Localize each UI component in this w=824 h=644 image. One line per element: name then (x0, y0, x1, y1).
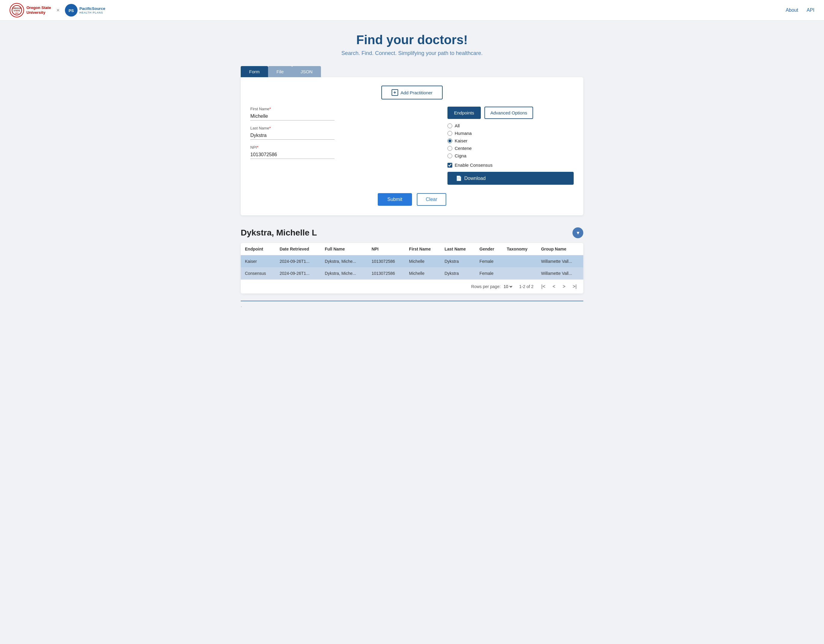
col-first-name: First Name (405, 243, 440, 255)
col-gender: Gender (475, 243, 503, 255)
last-name-label: Last Name* (250, 126, 438, 130)
pacific-source-icon: PS (65, 4, 77, 17)
first-name-label: First Name* (250, 107, 438, 111)
row2-npi: 1013072586 (367, 267, 405, 279)
radio-humana[interactable]: Humana (447, 131, 574, 136)
col-taxonomy: Taxonomy (503, 243, 537, 255)
logo-separator: × (57, 7, 60, 14)
results-table-wrapper: Endpoint Date Retrieved Full Name NPI Fi… (241, 243, 583, 293)
col-group-name: Group Name (537, 243, 583, 255)
col-endpoint: Endpoint (241, 243, 275, 255)
first-name-field-group: First Name* (250, 107, 438, 120)
row2-date: 2024-09-26T1... (275, 267, 320, 279)
svg-text:OREGON: OREGON (12, 7, 22, 9)
form-fields-right: Endpoints Advanced Options All Humana (447, 107, 574, 185)
tab-json[interactable]: JSON (292, 66, 321, 77)
main-content: Find your doctors! Search. Find. Connect… (235, 21, 589, 320)
api-link[interactable]: API (807, 8, 815, 13)
endpoints-button[interactable]: Endpoints (447, 107, 481, 119)
row2-gender: Female (475, 267, 503, 279)
rows-per-page: Rows per page: 10 25 50 (471, 284, 513, 289)
row1-date: 2024-09-26T1... (275, 255, 320, 268)
svg-text:STATE: STATE (14, 9, 20, 12)
first-name-required: * (269, 107, 271, 111)
results-title: Dykstra, Michelle L (241, 228, 317, 238)
row1-fullname: Dykstra, Miche... (321, 255, 367, 268)
row2-fullname: Dykstra, Miche... (321, 267, 367, 279)
radio-humana-label: Humana (455, 131, 472, 136)
table-body: Kaiser 2024-09-26T1... Dykstra, Miche...… (241, 255, 583, 280)
row1-groupname: Willamette Vall... (537, 255, 583, 268)
tab-file[interactable]: File (268, 66, 292, 77)
header-nav: About API (786, 8, 815, 13)
table-header-row: Endpoint Date Retrieved Full Name NPI Fi… (241, 243, 583, 255)
add-practitioner-row: + Add Practitioner (250, 86, 574, 100)
prev-page-button[interactable]: < (551, 283, 557, 290)
form-fields-left: First Name* Last Name* NPI* (250, 107, 438, 164)
pacific-source-logo: PS PacificSource HEALTH PLANS (65, 4, 105, 17)
advanced-options-button[interactable]: Advanced Options (484, 107, 533, 119)
header: OREGON STATE UNIV Oregon State Universit… (0, 0, 824, 21)
submit-button[interactable]: Submit (378, 193, 412, 206)
results-section: Dykstra, Michelle L ▾ Endpoint Date Retr… (241, 227, 583, 293)
row1-npi: 1013072586 (367, 255, 405, 268)
last-name-required: * (269, 126, 271, 130)
last-name-field-group: Last Name* (250, 126, 438, 140)
last-name-input[interactable] (250, 132, 335, 140)
form-fields-row: First Name* Last Name* NPI* (250, 107, 574, 185)
plus-icon: + (392, 89, 398, 96)
header-logos: OREGON STATE UNIV Oregon State Universit… (9, 3, 105, 17)
row2-taxonomy (503, 267, 537, 279)
consensus-row: Enable Consensus (447, 163, 574, 168)
row2-groupname: Willamette Vall... (537, 267, 583, 279)
row2-lastname: Dykstra (440, 267, 475, 279)
osu-logo: OREGON STATE UNIV Oregon State Universit… (9, 3, 51, 17)
radio-kaiser-input[interactable] (447, 138, 452, 143)
add-practitioner-button[interactable]: + Add Practitioner (381, 86, 443, 100)
radio-all[interactable]: All (447, 123, 574, 128)
pagination-row: Rows per page: 10 25 50 1-2 of 2 |< < > … (241, 279, 583, 293)
footer: . (241, 301, 583, 308)
row2-endpoint: Consensus (241, 267, 275, 279)
table-row: Kaiser 2024-09-26T1... Dykstra, Miche...… (241, 255, 583, 268)
download-icon: 📄 (456, 175, 462, 181)
page-title: Find your doctors! (241, 33, 583, 47)
radio-cigna-label: Cigna (455, 153, 466, 158)
npi-required: * (257, 145, 258, 150)
npi-label: NPI* (250, 145, 438, 150)
enable-consensus-label: Enable Consensus (455, 163, 492, 168)
col-npi: NPI (367, 243, 405, 255)
radio-all-input[interactable] (447, 123, 452, 128)
clear-button[interactable]: Clear (417, 193, 446, 206)
enable-consensus-checkbox[interactable] (447, 163, 452, 168)
radio-centene-input[interactable] (447, 146, 452, 151)
first-page-button[interactable]: |< (540, 283, 547, 290)
first-name-input[interactable] (250, 112, 335, 120)
radio-cigna[interactable]: Cigna (447, 153, 574, 158)
col-date-retrieved: Date Retrieved (275, 243, 320, 255)
row1-firstname: Michelle (405, 255, 440, 268)
next-page-button[interactable]: > (561, 283, 567, 290)
npi-input[interactable] (250, 151, 335, 159)
radio-all-label: All (455, 123, 460, 128)
radio-cigna-input[interactable] (447, 153, 452, 158)
radio-centene[interactable]: Centene (447, 146, 574, 151)
rows-per-page-select[interactable]: 10 25 50 (503, 284, 513, 289)
endpoint-radio-group: All Humana Kaiser Centene (447, 123, 574, 158)
page-subtitle: Search. Find. Connect. Simplifying your … (241, 50, 583, 57)
radio-humana-input[interactable] (447, 131, 452, 136)
last-page-button[interactable]: >| (571, 283, 579, 290)
col-full-name: Full Name (321, 243, 367, 255)
results-header: Dykstra, Michelle L ▾ (241, 227, 583, 238)
radio-kaiser[interactable]: Kaiser (447, 138, 574, 143)
row2-firstname: Michelle (405, 267, 440, 279)
row1-lastname: Dykstra (440, 255, 475, 268)
footer-dot: . (241, 303, 242, 308)
pacific-source-name: PacificSource HEALTH PLANS (79, 6, 105, 14)
page-info: 1-2 of 2 (519, 284, 533, 289)
collapse-button[interactable]: ▾ (572, 227, 583, 238)
svg-text:UNIV: UNIV (15, 12, 19, 14)
about-link[interactable]: About (786, 8, 798, 13)
download-button[interactable]: 📄 Download (447, 172, 574, 185)
tab-form[interactable]: Form (241, 66, 268, 77)
